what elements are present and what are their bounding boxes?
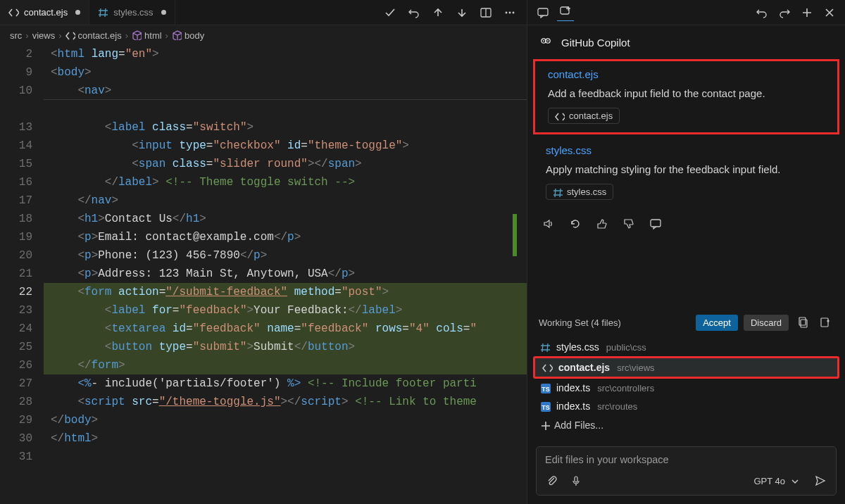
thumbs-up-icon[interactable] [594,215,611,232]
discard-button[interactable]: Discard [744,315,789,331]
attach-icon[interactable] [544,472,561,489]
dirty-indicator-icon [161,10,166,15]
code-icon [542,363,553,373]
copilot-header: GitHub Copilot [527,25,845,56]
code-line[interactable]: </form> [44,356,527,374]
suggestion-file-chip[interactable]: contact.ejs [548,108,620,124]
breadcrumb-file[interactable]: contact.ejs [65,30,122,41]
speaker-icon[interactable] [540,215,557,232]
code-line[interactable]: <body> [44,63,527,82]
code-line[interactable]: <textarea id="feedback" name="feedback" … [44,320,527,338]
dirty-indicator-icon [75,10,80,15]
working-set-title: Working Set (4 files) [539,317,621,328]
code-line[interactable]: <p>Email: contact@example.com</p> [44,228,527,246]
ts-icon [540,401,551,412]
breadcrumb-views[interactable]: views [32,30,56,41]
copilot-title: GitHub Copilot [561,37,630,49]
code-line[interactable]: <p>Phone: (123) 456-7890</p> [44,246,527,265]
redo-icon[interactable] [776,4,793,21]
code-editor[interactable]: 2910131415161718192021222324252627282930… [0,45,527,504]
code-line[interactable]: </nav> [44,191,527,210]
code-icon [8,7,19,18]
breadcrumb[interactable]: src › views › contact.ejs › html › body [0,25,527,45]
code-line[interactable]: <p>Address: 123 Main St, Anytown, USA</p… [44,265,527,283]
working-set-file[interactable]: styles.css public\css [533,338,839,356]
line-gutter: 2910131415161718192021222324252627282930… [0,45,44,504]
copilot-toolbar [527,0,845,25]
breadcrumb-body[interactable]: body [172,30,204,41]
breadcrumb-html[interactable]: html [132,30,162,41]
code-line[interactable]: <html lang="en"> [44,45,527,63]
model-selector[interactable]: GPT 4o [753,476,799,486]
suggestion-file-link[interactable]: contact.ejs [548,68,825,80]
arrow-up-icon[interactable] [430,4,446,21]
comment-icon[interactable] [647,215,664,232]
copilot-pane: GitHub Copilot contact.ejs Add a feedbac… [527,0,845,504]
working-set-file[interactable]: contact.ejs src\views [533,356,839,379]
suggestion-description: Apply matching styling for the feedback … [546,162,827,177]
code-icon [555,111,565,121]
copilot-input-placeholder[interactable]: Edit files in your workspace [537,447,836,468]
code-line[interactable]: <form action="/submit-feedback" method="… [44,283,527,301]
suggestion-description: Add a feedback input field to the contac… [548,86,825,101]
working-set-file[interactable]: index.ts src\routes [533,397,839,415]
copilot-suggestion: styles.css Apply matching styling for th… [533,137,839,208]
code-line[interactable]: </html> [44,429,527,448]
hash-icon [540,342,551,353]
working-set-file[interactable]: index.ts src\controllers [533,379,839,397]
copilot-icon [540,35,554,49]
tab-styles-css[interactable]: styles.css [89,0,175,25]
code-line[interactable]: <label for="feedback">Your Feedback:</la… [44,301,527,320]
close-icon[interactable] [821,4,838,21]
hash-icon [98,7,108,18]
code-line[interactable]: <h1>Contact Us</h1> [44,210,527,228]
new-file-icon[interactable] [817,314,834,331]
chat-panel-icon[interactable] [534,4,551,21]
accept-icon[interactable] [382,4,399,21]
thumbs-down-icon[interactable] [620,215,637,232]
code-line[interactable]: <nav> [44,82,527,100]
undo-icon[interactable] [753,4,770,21]
code-line[interactable]: <input type="checkbox" id="theme-toggle"… [44,137,527,155]
code-line[interactable]: <span class="slider round"></span> [44,155,527,173]
copilot-input-box[interactable]: Edit files in your workspace GPT 4o [536,446,837,496]
code-line[interactable]: </label> <!-- Theme toggle switch --> [44,173,527,191]
suggestion-file-link[interactable]: styles.css [546,144,827,156]
tab-contact-ejs[interactable]: contact.ejs [0,0,89,25]
code-line[interactable] [44,100,527,118]
code-line[interactable]: <script src="/theme-toggle.js"></script>… [44,393,527,411]
code-line[interactable]: <%- include('partials/footer') %> <!-- I… [44,374,527,393]
code-line[interactable]: <label class="switch"> [44,118,527,137]
chevron-down-icon [789,476,799,486]
files-icon[interactable] [794,314,811,331]
editor-pane: contact.ejsstyles.css src › views › cont… [0,0,527,504]
working-set-header: Working Set (4 files) Accept Discard [527,307,845,336]
hash-icon [553,187,563,197]
suggestion-file-chip[interactable]: styles.css [546,184,613,200]
breadcrumb-src[interactable]: src [10,30,22,41]
undo-icon[interactable] [406,4,423,21]
copilot-suggestion: contact.ejs Add a feedback input field t… [533,59,839,134]
tab-bar: contact.ejsstyles.css [0,0,527,25]
more-icon[interactable] [501,4,518,21]
add-files-button[interactable]: Add Files... [533,415,839,435]
accept-button[interactable]: Accept [696,315,738,331]
refresh-icon[interactable] [567,215,584,232]
code-line[interactable] [44,448,527,466]
code-line[interactable]: </body> [44,411,527,429]
editor-actions [382,0,527,25]
copilot-feedback-row [527,211,845,239]
plus-icon [540,420,550,430]
ts-icon [540,383,551,393]
code-content[interactable]: <html lang="en"><body> <nav> <label clas… [44,45,527,504]
plus-icon[interactable] [799,4,815,21]
split-editor-icon[interactable] [477,4,494,21]
send-icon[interactable] [812,472,829,489]
working-set-list: styles.css public\css contact.ejs src\vi… [527,336,845,439]
new-chat-icon[interactable] [557,4,574,21]
arrow-down-icon[interactable] [453,4,470,21]
overview-ruler[interactable] [510,45,517,504]
mic-icon[interactable] [568,472,584,489]
code-line[interactable]: <button type="submit">Submit</button> [44,338,527,356]
